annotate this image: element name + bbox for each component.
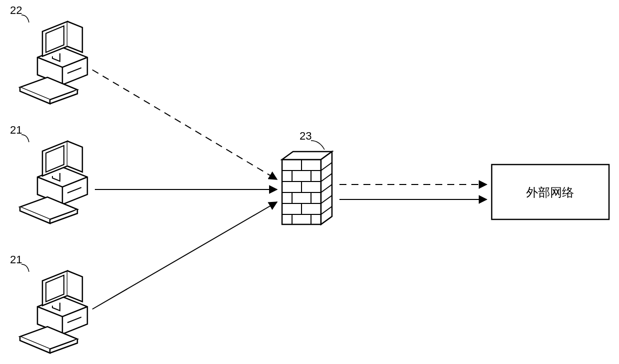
firewall-icon: [282, 152, 332, 224]
ref-label-21b: 21: [10, 253, 22, 266]
arrow-22-to-firewall: [92, 70, 277, 180]
ref-label-23: 23: [300, 130, 311, 142]
ref-leader-21b: [21, 264, 29, 272]
ref-label-21a: 21: [10, 124, 22, 136]
computer-icon: [20, 21, 87, 104]
external-network-label: 外部网络: [526, 185, 574, 199]
ref-leader-22: [21, 15, 29, 22]
ref-leader-21a: [21, 135, 29, 142]
network-diagram: 22 21 21 23 外部网络: [0, 0, 619, 364]
ref-leader-23: [311, 141, 324, 150]
ref-label-22: 22: [10, 4, 22, 16]
computer-icon: [20, 141, 87, 223]
computer-icon: [20, 271, 87, 353]
arrow-21b-to-firewall: [92, 202, 277, 309]
